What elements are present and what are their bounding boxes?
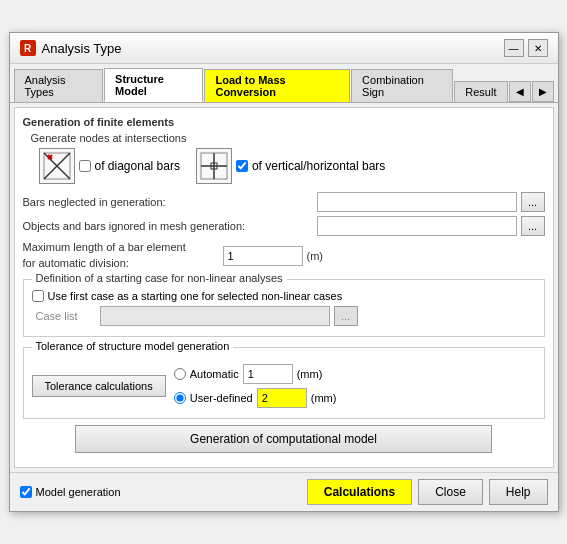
automatic-value-input[interactable] <box>243 364 293 384</box>
vertical-bars-svg <box>200 152 228 180</box>
finite-elements-header: Generation of finite elements <box>23 116 545 128</box>
gen-computational-model-button[interactable]: Generation of computational model <box>75 425 493 453</box>
analysis-type-window: R Analysis Type — ✕ Analysis Types Struc… <box>9 32 559 512</box>
diagonal-bars-svg <box>43 152 71 180</box>
main-content: Generation of finite elements Generate n… <box>14 107 554 468</box>
tolerance-radio-group: Automatic (mm) User-defined (mm) <box>174 360 337 412</box>
bars-neglected-input[interactable] <box>317 192 517 212</box>
case-list-input[interactable] <box>100 306 330 326</box>
user-defined-radio-item: User-defined (mm) <box>174 388 337 408</box>
automatic-unit: (mm) <box>297 368 323 380</box>
tab-arrow-right[interactable]: ▶ <box>532 81 554 102</box>
generate-nodes-section: Generate nodes at intersections <box>31 132 545 184</box>
nonlinear-checkbox[interactable] <box>32 290 44 302</box>
user-defined-label: User-defined <box>190 392 253 404</box>
model-generation-checkbox[interactable] <box>20 486 32 498</box>
title-bar: R Analysis Type — ✕ <box>10 33 558 64</box>
title-bar-left: R Analysis Type <box>20 40 122 56</box>
tab-analysis-types[interactable]: Analysis Types <box>14 69 104 102</box>
diagonal-bars-group: of diagonal bars <box>39 148 180 184</box>
nodes-options-row: of diagonal bars of vertical/horizontal … <box>39 148 545 184</box>
app-icon: R <box>20 40 36 56</box>
tab-combination-sign[interactable]: Combination Sign <box>351 69 453 102</box>
diagonal-bars-label: of diagonal bars <box>95 159 180 173</box>
window-controls: — ✕ <box>504 39 548 57</box>
bottom-bar: Model generation Calculations Close Help <box>10 472 558 511</box>
tab-result[interactable]: Result <box>454 81 507 102</box>
vertical-bars-checkbox[interactable] <box>236 160 248 172</box>
user-defined-unit: (mm) <box>311 392 337 404</box>
automatic-radio[interactable] <box>174 368 186 380</box>
tolerance-section-label: Tolerance of structure model generation <box>32 340 234 352</box>
minimize-button[interactable]: — <box>504 39 524 57</box>
automatic-label: Automatic <box>190 368 239 380</box>
user-defined-radio[interactable] <box>174 392 186 404</box>
vertical-bars-label: of vertical/horizontal bars <box>252 159 385 173</box>
bottom-buttons: Calculations Close Help <box>307 479 548 505</box>
user-defined-value-input[interactable] <box>257 388 307 408</box>
close-button[interactable]: ✕ <box>528 39 548 57</box>
generate-nodes-header: Generate nodes at intersections <box>31 132 545 144</box>
tolerance-section: Tolerance of structure model generation … <box>23 347 545 419</box>
max-length-input[interactable] <box>223 246 303 266</box>
bars-neglected-row: Bars neglected in generation: ... <box>23 192 545 212</box>
nonlinear-checkbox-row: Use first case as a starting one for sel… <box>32 290 536 302</box>
tab-structure-model[interactable]: Structure Model <box>104 68 203 102</box>
close-dialog-button[interactable]: Close <box>418 479 483 505</box>
diagonal-bars-checkbox[interactable] <box>79 160 91 172</box>
model-gen-checkbox-group: Model generation <box>20 486 299 498</box>
case-list-label: Case list <box>36 310 96 322</box>
tab-arrow-left[interactable]: ◀ <box>509 81 531 102</box>
tolerance-calc-button[interactable]: Tolerance calculations <box>32 375 166 397</box>
nonlinear-group-label: Definition of a starting case for non-li… <box>32 272 287 284</box>
objects-ignored-browse[interactable]: ... <box>521 216 545 236</box>
window-title: Analysis Type <box>42 41 122 56</box>
help-button[interactable]: Help <box>489 479 548 505</box>
vertical-bars-icon <box>196 148 232 184</box>
diagonal-bars-icon <box>39 148 75 184</box>
case-list-row: Case list ... <box>32 306 536 326</box>
max-length-unit: (m) <box>307 250 324 262</box>
vertical-bars-group: of vertical/horizontal bars <box>196 148 385 184</box>
tolerance-content: Tolerance calculations Automatic (mm) Us… <box>32 354 536 412</box>
case-list-browse[interactable]: ... <box>334 306 358 326</box>
objects-ignored-row: Objects and bars ignored in mesh generat… <box>23 216 545 236</box>
tab-load-to-mass[interactable]: Load to Mass Conversion <box>204 69 350 102</box>
automatic-radio-item: Automatic (mm) <box>174 364 337 384</box>
calculations-button[interactable]: Calculations <box>307 479 412 505</box>
objects-ignored-input[interactable] <box>317 216 517 236</box>
bars-neglected-browse[interactable]: ... <box>521 192 545 212</box>
model-generation-label: Model generation <box>36 486 121 498</box>
max-length-row: Maximum length of a bar element for auto… <box>23 240 545 271</box>
tab-bar: Analysis Types Structure Model Load to M… <box>10 64 558 103</box>
nonlinear-group: Definition of a starting case for non-li… <box>23 279 545 337</box>
nonlinear-label: Use first case as a starting one for sel… <box>48 290 343 302</box>
bars-neglected-label: Bars neglected in generation: <box>23 196 313 208</box>
max-length-label: Maximum length of a bar element for auto… <box>23 240 223 271</box>
objects-ignored-label: Objects and bars ignored in mesh generat… <box>23 220 313 232</box>
